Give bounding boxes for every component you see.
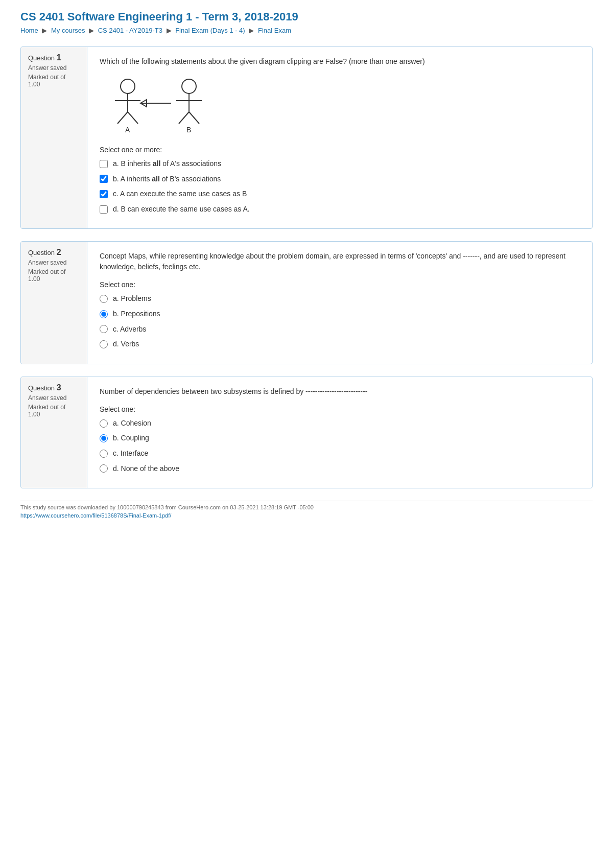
answer-saved-2: Answer saved bbox=[28, 259, 80, 266]
option-label-q1b[interactable]: b. A inherits all of B's associations bbox=[113, 174, 221, 184]
question-text-2: Concept Maps, while representing knowled… bbox=[100, 251, 580, 272]
option-label-q2b[interactable]: b. Prepositions bbox=[113, 309, 160, 319]
option-row-q3a: a. Cohesion bbox=[100, 418, 580, 429]
question-label-3: Question 3 bbox=[28, 383, 80, 392]
breadcrumb-mycourses[interactable]: My courses bbox=[51, 27, 85, 34]
select-label-2: Select one: bbox=[100, 280, 580, 289]
answer-saved-3: Answer saved bbox=[28, 394, 80, 402]
breadcrumb-finalexam[interactable]: Final Exam bbox=[258, 27, 291, 34]
question-label-1: Question 1 bbox=[28, 53, 80, 62]
marked-out-1: Marked out of1.00 bbox=[28, 74, 80, 88]
radio-q3a[interactable] bbox=[100, 419, 108, 428]
radio-q2b[interactable] bbox=[100, 310, 108, 318]
checkbox-q1c[interactable] bbox=[100, 190, 108, 198]
svg-text:B: B bbox=[186, 126, 191, 134]
option-label-q3b[interactable]: b. Coupling bbox=[113, 433, 149, 443]
question-block-2: Question 2 Answer saved Marked out of1.0… bbox=[20, 241, 593, 364]
option-label-q1d[interactable]: d. B can execute the same use cases as A… bbox=[113, 204, 250, 215]
radio-q2c[interactable] bbox=[100, 325, 108, 333]
option-row-q3b: b. Coupling bbox=[100, 433, 580, 443]
option-row-q2b: b. Prepositions bbox=[100, 309, 580, 319]
option-row-q1a: a. B inherits all of A's associations bbox=[100, 159, 580, 169]
option-row-q1b: b. A inherits all of B's associations bbox=[100, 174, 580, 184]
option-row-q2c: c. Adverbs bbox=[100, 324, 580, 335]
svg-point-0 bbox=[121, 79, 135, 93]
question-label-2: Question 2 bbox=[28, 248, 80, 257]
question-sidebar-1: Question 1 Answer saved Marked out of1.0… bbox=[21, 47, 87, 228]
question-block-3: Question 3 Answer saved Marked out of1.0… bbox=[20, 377, 593, 488]
question-block-1: Question 1 Answer saved Marked out of1.0… bbox=[20, 46, 593, 229]
question-sidebar-3: Question 3 Answer saved Marked out of1.0… bbox=[21, 377, 87, 488]
question-sidebar-2: Question 2 Answer saved Marked out of1.0… bbox=[21, 242, 87, 363]
svg-line-3 bbox=[117, 112, 128, 124]
svg-line-12 bbox=[189, 112, 199, 124]
svg-line-4 bbox=[128, 112, 138, 124]
radio-q3d[interactable] bbox=[100, 464, 108, 473]
select-label-1: Select one or more: bbox=[100, 146, 580, 154]
footer-url[interactable]: https://www.coursehero.com/file/5136878S… bbox=[20, 512, 593, 519]
diagram-svg-1: A B bbox=[100, 75, 212, 136]
option-row-q1d: d. B can execute the same use cases as A… bbox=[100, 204, 580, 215]
option-label-q1a[interactable]: a. B inherits all of A's associations bbox=[113, 159, 221, 169]
diagram-1: A B bbox=[100, 75, 580, 136]
option-label-q2a[interactable]: a. Problems bbox=[113, 294, 151, 304]
answer-saved-1: Answer saved bbox=[28, 64, 80, 72]
radio-q3b[interactable] bbox=[100, 434, 108, 442]
checkbox-q1a[interactable] bbox=[100, 160, 108, 168]
radio-q2d[interactable] bbox=[100, 340, 108, 348]
checkbox-q1b[interactable] bbox=[100, 175, 108, 183]
footer-study-note: This study source was downloaded by 1000… bbox=[20, 501, 593, 510]
select-label-3: Select one: bbox=[100, 405, 580, 413]
question-content-2: Concept Maps, while representing knowled… bbox=[87, 242, 592, 363]
option-row-q1c: c. A can execute the same use cases as B bbox=[100, 189, 580, 199]
breadcrumb: Home ▶ My courses ▶ CS 2401 - AY2019-T3 … bbox=[20, 27, 593, 34]
breadcrumb-cs2401[interactable]: CS 2401 - AY2019-T3 bbox=[98, 27, 162, 34]
option-row-q2a: a. Problems bbox=[100, 294, 580, 304]
page-title: CS 2401 Software Engineering 1 - Term 3,… bbox=[20, 10, 593, 24]
option-label-q3c[interactable]: c. Interface bbox=[113, 449, 148, 459]
question-text-3: Number of dependencies between two subsy… bbox=[100, 386, 580, 397]
radio-q2a[interactable] bbox=[100, 295, 108, 303]
option-row-q2d: d. Verbs bbox=[100, 339, 580, 349]
marked-out-2: Marked out of1.00 bbox=[28, 268, 80, 283]
option-label-q1c[interactable]: c. A can execute the same use cases as B bbox=[113, 189, 247, 199]
option-label-q2c[interactable]: c. Adverbs bbox=[113, 324, 146, 335]
question-text-1: Which of the following statements about … bbox=[100, 56, 580, 67]
breadcrumb-home[interactable]: Home bbox=[20, 27, 38, 34]
option-label-q3d[interactable]: d. None of the above bbox=[113, 464, 179, 474]
checkbox-q1d[interactable] bbox=[100, 205, 108, 214]
marked-out-3: Marked out of1.00 bbox=[28, 404, 80, 418]
option-row-q3d: d. None of the above bbox=[100, 464, 580, 474]
svg-line-11 bbox=[179, 112, 189, 124]
option-row-q3c: c. Interface bbox=[100, 449, 580, 459]
radio-q3c[interactable] bbox=[100, 450, 108, 458]
question-content-1: Which of the following statements about … bbox=[87, 47, 592, 228]
breadcrumb-finalexam-days[interactable]: Final Exam (Days 1 - 4) bbox=[175, 27, 245, 34]
option-label-q2d[interactable]: d. Verbs bbox=[113, 339, 139, 349]
option-label-q3a[interactable]: a. Cohesion bbox=[113, 418, 151, 429]
svg-point-8 bbox=[182, 79, 196, 93]
svg-text:A: A bbox=[125, 126, 130, 134]
question-content-3: Number of dependencies between two subsy… bbox=[87, 377, 592, 488]
